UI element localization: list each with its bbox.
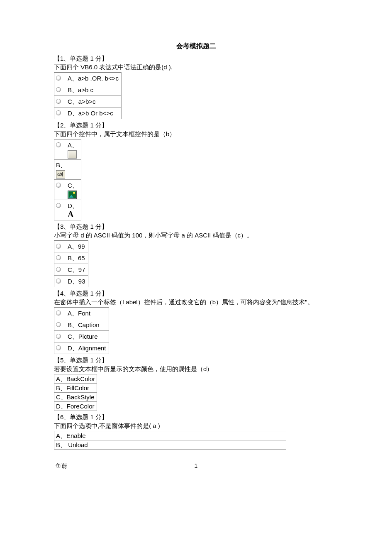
option-label: A、 xyxy=(68,142,78,149)
q5-text: 若要设置文本框中所显示的文本颜色，使用的属性是（d） xyxy=(54,364,338,373)
option-label: C、a>b>c xyxy=(65,96,122,108)
q2-option-d[interactable]: D、A xyxy=(54,200,81,220)
q2-text: 下面四个控件中，属于文本框控件的是（b） xyxy=(54,130,338,138)
q6-option-a[interactable]: A、Enable xyxy=(54,431,286,440)
radio-icon[interactable] xyxy=(56,322,61,327)
radio-icon[interactable] xyxy=(56,183,61,188)
radio-icon[interactable] xyxy=(56,203,61,208)
q1-option-b[interactable]: B、a>b c xyxy=(54,84,122,96)
q4-option-d[interactable]: D、Alignment xyxy=(54,342,109,354)
q4-options-table: A、Font B、Caption C、Picture D、Alignment xyxy=(54,307,109,354)
q6-option-b[interactable]: B、 Unload xyxy=(54,440,286,450)
radio-icon[interactable] xyxy=(56,110,61,115)
q1-option-a[interactable]: A、a>b .OR. b<>c xyxy=(54,73,122,84)
option-label: D、ForeColor xyxy=(54,402,97,411)
q2-option-a[interactable]: A、 xyxy=(54,139,81,160)
page-footer: 鱼蔚 1 xyxy=(54,462,338,470)
option-label: C、Picture xyxy=(65,331,109,342)
q2-header: 【2、单选题 1 分】 xyxy=(54,121,338,130)
option-label: C、 xyxy=(68,182,78,189)
q4-option-a[interactable]: A、Font xyxy=(54,308,109,319)
radio-icon[interactable] xyxy=(56,279,61,284)
q6-text: 下面四个选项中,不是窗体事件的是( a ) xyxy=(54,421,338,430)
option-label: A、Font xyxy=(65,308,109,319)
radio-icon[interactable] xyxy=(56,76,61,81)
option-label: C、BackStyle xyxy=(54,393,97,402)
button-control-icon xyxy=(68,150,77,159)
option-label: D、a>b Or b<>c xyxy=(65,108,122,119)
radio-icon[interactable] xyxy=(56,255,61,260)
picturebox-control-icon xyxy=(68,191,77,199)
q1-option-d[interactable]: D、a>b Or b<>c xyxy=(54,108,122,119)
footer-page-number: 1 xyxy=(80,462,312,470)
q1-option-c[interactable]: C、a>b>c xyxy=(54,96,122,108)
option-label: B、65 xyxy=(65,252,88,264)
radio-icon[interactable] xyxy=(56,87,61,92)
radio-icon[interactable] xyxy=(56,334,61,339)
textbox-control-icon xyxy=(56,170,65,178)
q5-option-d[interactable]: D、ForeColor xyxy=(54,402,97,411)
q3-option-c[interactable]: C、97 xyxy=(54,264,88,276)
radio-icon[interactable] xyxy=(56,142,61,147)
q1-options-table: A、a>b .OR. b<>c B、a>b c C、a>b>c D、a>b Or… xyxy=(54,72,122,119)
q1-header: 【1、单选题 1 分】 xyxy=(54,54,338,63)
q3-option-b[interactable]: B、65 xyxy=(54,252,88,264)
q3-header: 【3、单选题 1 分】 xyxy=(54,222,338,231)
option-label: D、 xyxy=(68,202,78,209)
q5-options-table: A、BackColor B、FillColor C、BackStyle D、Fo… xyxy=(54,374,97,411)
option-label: D、Alignment xyxy=(65,342,109,354)
option-label: B、a>b c xyxy=(65,84,122,96)
q2-option-c[interactable]: C、 xyxy=(54,180,81,200)
option-label: A、Enable xyxy=(54,431,286,440)
option-label: A、99 xyxy=(65,241,88,252)
radio-icon[interactable] xyxy=(56,345,61,350)
option-label: B、FillColor xyxy=(54,384,97,393)
option-label: D、93 xyxy=(65,276,88,287)
footer-author: 鱼蔚 xyxy=(56,462,80,470)
q1-text: 下面四个 VB6.0 表达式中语法正确的是(d ). xyxy=(54,63,338,71)
q3-options-table: A、99 B、65 C、97 D、93 xyxy=(54,240,88,287)
q4-text: 在窗体中插入一个标签（Label）控件后，通过改变它的（b）属性，可将内容变为"… xyxy=(54,298,338,306)
q6-header: 【6、单选题 1 分】 xyxy=(54,413,338,421)
q3-option-d[interactable]: D、93 xyxy=(54,276,88,287)
radio-icon[interactable] xyxy=(56,99,61,104)
q5-option-b[interactable]: B、FillColor xyxy=(54,384,97,393)
q5-option-a[interactable]: A、BackColor xyxy=(54,374,97,384)
q2-option-b[interactable]: B、 xyxy=(54,160,81,180)
option-label: C、97 xyxy=(65,264,88,276)
q2-options-table: A、 B、 C、 D、A xyxy=(54,139,81,220)
radio-icon[interactable] xyxy=(56,244,61,249)
option-label: A、BackColor xyxy=(54,374,97,384)
q4-option-c[interactable]: C、Picture xyxy=(54,331,109,342)
radio-icon[interactable] xyxy=(56,267,61,272)
q4-option-b[interactable]: B、Caption xyxy=(54,319,109,331)
q5-option-c[interactable]: C、BackStyle xyxy=(54,393,97,402)
option-label: B、 Unload xyxy=(54,440,286,450)
q3-option-a[interactable]: A、99 xyxy=(54,241,88,252)
radio-icon[interactable] xyxy=(56,311,61,315)
q3-text: 小写字母 d 的 ASCII 码值为 100，则小写字母 a 的 ASCII 码… xyxy=(54,231,338,240)
option-label: B、Caption xyxy=(65,319,109,331)
footer-spacer xyxy=(312,462,336,470)
q4-header: 【4、单选题 1 分】 xyxy=(54,289,338,298)
q5-header: 【5、单选题 1 分】 xyxy=(54,356,338,364)
option-label: A、a>b .OR. b<>c xyxy=(65,73,122,84)
page-title: 会考模拟题二 xyxy=(54,42,338,51)
q6-options-table: A、Enable B、 Unload xyxy=(54,431,286,450)
option-label: B、 xyxy=(56,161,66,169)
label-control-icon: A xyxy=(68,210,73,218)
